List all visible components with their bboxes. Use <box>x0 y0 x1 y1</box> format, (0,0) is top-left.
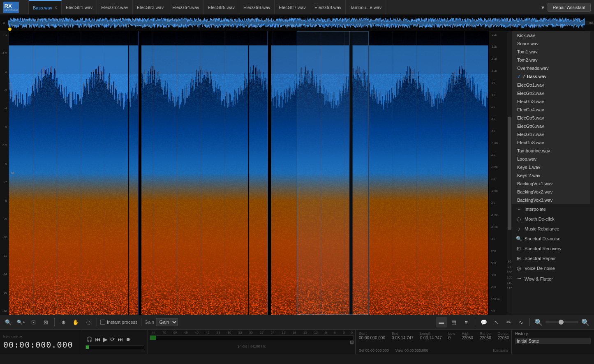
tab-elecgtr1[interactable]: ElecGtr1.wav <box>62 0 97 14</box>
tabs-area: Bass.wav×ElecGtr1.wavElecGtr2.wavElecGtr… <box>29 0 538 14</box>
dropdown-item-tom2wav[interactable]: Tom2.wav <box>512 56 590 64</box>
tool-hand[interactable]: ✋ <box>70 317 81 327</box>
skip-start-btn[interactable]: ⏮ <box>94 335 102 343</box>
module-voicede-noise[interactable]: ◎Voice De-noise <box>512 263 594 273</box>
tab-elecgtr6[interactable]: ElecGtr6.wav <box>239 0 275 14</box>
tab-bass[interactable]: Bass.wav× <box>29 0 62 14</box>
db-label-n1_5: -1.5 <box>1 51 8 55</box>
spectrogram-view-btn[interactable]: ▤ <box>448 317 459 327</box>
skip-end-btn[interactable]: ⏭ <box>117 335 124 343</box>
end-label: End <box>392 332 414 336</box>
hz-label-300: 300 <box>491 273 505 277</box>
zoom-plus-btn[interactable]: 🔍 <box>580 317 591 327</box>
zoom-slider[interactable] <box>545 321 578 323</box>
module-icon-spectralrepair: ⊞ <box>515 256 522 261</box>
cursor-btn[interactable]: ↖ <box>491 317 502 327</box>
db-label-n11: -11 <box>1 254 8 258</box>
module-spectralrepair[interactable]: ⊞Spectral Repair <box>512 253 594 263</box>
dropdown-item-elecgtr1wav[interactable]: ElecGtr1.wav <box>512 81 590 89</box>
loop-btn[interactable]: ⟳ <box>109 335 116 343</box>
module-icon-spectralde-noise: 🔍 <box>515 236 522 242</box>
record-btn[interactable]: ⏺ <box>125 336 132 343</box>
tab-elecgtr5[interactable]: ElecGtr5.wav <box>204 0 239 14</box>
tab-overflow-button[interactable]: ▾ <box>538 4 548 11</box>
headphones-btn[interactable]: 🎧 <box>86 336 93 343</box>
module-wow&flutter[interactable]: 〜Wow & Flutter <box>512 273 594 284</box>
dropdown-item-tom1wav[interactable]: Tom1.wav <box>512 48 590 56</box>
dropdown-item-backingvox1wav[interactable]: BackingVox1.wav <box>512 180 590 188</box>
file-dropdown-menu: Kick.wavSnare.wavTom1.wavTom2.wavOverhea… <box>512 31 590 204</box>
dropdown-item-elecgtr5wav[interactable]: ElecGtr5.wav <box>512 114 590 122</box>
hz-label-_3k: -3k <box>491 177 505 181</box>
db-label-n8: -8 <box>1 199 8 203</box>
dropdown-item-elecgtr7wav[interactable]: ElecGtr7.wav <box>512 130 590 138</box>
dropdown-item-keys1wav[interactable]: Keys 1.wav <box>512 163 590 171</box>
dropdown-item-elecgtr2wav[interactable]: ElecGtr2.wav <box>512 89 590 97</box>
dropdown-item-elecgtr8wav[interactable]: ElecGtr8.wav <box>512 138 590 147</box>
tab-elecgtr3[interactable]: ElecGtr3.wav <box>133 0 168 14</box>
db-label-n5_5: -5.5 <box>1 143 8 147</box>
tool-lasso[interactable]: ◌ <box>83 317 93 327</box>
tab-elecgtr2[interactable]: ElecGtr2.wav <box>97 0 132 14</box>
zoom-in-button[interactable]: 🔍+ <box>16 317 26 327</box>
dropdown-item-loopwav[interactable]: Loop.wav <box>512 155 590 163</box>
toolbar-sep-5 <box>529 318 530 326</box>
overview-side: ≡ <box>0 21 8 25</box>
waveform-view-btn[interactable]: ▬ <box>436 317 447 327</box>
dropdown-item-keys2wav[interactable]: Keys 2.wav <box>512 171 590 180</box>
tab-elecgtr7[interactable]: ElecGtr7.wav <box>275 0 310 14</box>
module-mouthde-click[interactable]: ◌Mouth De-click <box>512 214 594 224</box>
zoom-out-button[interactable]: 🔍- <box>3 317 14 327</box>
module-spectralrecovery[interactable]: ⊡Spectral Recovery <box>512 244 594 253</box>
dropdown-item-overheadswav[interactable]: Overheads.wav <box>512 64 590 72</box>
dropdown-item-backingvox2wav[interactable]: BackingVox2.wav <box>512 188 590 196</box>
start-label: Start <box>359 332 385 336</box>
module-spectralde-noise[interactable]: 🔍Spectral De-noise <box>512 234 594 244</box>
dropdown-item-kickwav[interactable]: Kick.wav <box>512 31 590 39</box>
zoom-fit-button[interactable]: ⊡ <box>28 317 39 327</box>
tab-elecgtr4[interactable]: ElecGtr4.wav <box>168 0 203 14</box>
instant-process-checkbox[interactable] <box>100 320 105 325</box>
gain-select[interactable]: Gain <box>156 318 178 326</box>
pencil-btn[interactable]: ✏ <box>503 317 514 327</box>
dropdown-item-snarewav[interactable]: Snare.wav <box>512 39 590 48</box>
repair-assistant-button[interactable]: Repair Assistant <box>548 3 591 12</box>
tab-elecgtr8[interactable]: ElecGtr8.wav <box>310 0 346 14</box>
hz-label-_6k: -6k <box>491 117 505 121</box>
dropdown-item-tambourinewav[interactable]: Tambourine.wav <box>512 147 590 155</box>
module-musicrebalance[interactable]: ♪Music Rebalance <box>512 224 594 234</box>
hz-label-_20k: -20k <box>491 33 505 37</box>
overview-waveform[interactable] <box>8 15 585 31</box>
hz-label-200: 200 <box>491 285 505 289</box>
module-icon-spectralrecovery: ⊡ <box>515 246 522 251</box>
initial-state-item[interactable]: Initial State <box>515 338 591 344</box>
comment-btn[interactable]: 💬 <box>478 317 489 327</box>
spectrogram-area[interactable]: M <box>9 31 489 315</box>
dropdown-item-elecgtr6wav[interactable]: ElecGtr6.wav <box>512 122 590 130</box>
sel-start: 00:00:000.000 <box>365 348 389 352</box>
combined-view-btn[interactable]: ≡ <box>461 317 472 327</box>
zoom-time-button[interactable]: ⊠ <box>40 317 51 327</box>
freq-btn[interactable]: ∿ <box>515 317 526 327</box>
length-value: 0:03:14.747 <box>420 336 442 340</box>
hz-label-_12k: -12k <box>491 57 505 61</box>
view-value: 00:00:000.000 <box>404 348 428 352</box>
toolbar-sep-3 <box>141 318 141 326</box>
play-btn[interactable]: ▶ <box>102 335 109 343</box>
tab-tambourine[interactable]: Tambou...e.wav <box>346 0 386 14</box>
low-label: Low <box>448 332 455 336</box>
module-interpolate[interactable]: ⌁Interpolate <box>512 204 594 214</box>
dropdown-item-elecgtr4wav[interactable]: ElecGtr4.wav <box>512 106 590 114</box>
timecode-display: 00:00:000.000 <box>3 340 79 350</box>
dropdown-item-backingvox3wav[interactable]: BackingVox3.wav <box>512 196 590 204</box>
zoom-minus-btn[interactable]: 🔍 <box>533 317 544 327</box>
scrollbar-vertical[interactable]: 90 95 100 105 110 115 <box>507 31 512 315</box>
dropdown-item-basswav[interactable]: ✓ Bass.wav <box>512 72 590 81</box>
hz-label-_10k: -10k <box>491 69 505 73</box>
hz-label-_1_5k: -1.5k <box>491 213 505 217</box>
tool-select[interactable]: ⊕ <box>58 317 69 327</box>
dropdown-item-elecgtr3wav[interactable]: ElecGtr3.wav <box>512 97 590 106</box>
clip-indicator[interactable] <box>350 341 354 344</box>
module-icon-voicede-noise: ◎ <box>515 265 522 271</box>
tab-close-bass[interactable]: × <box>55 5 57 10</box>
